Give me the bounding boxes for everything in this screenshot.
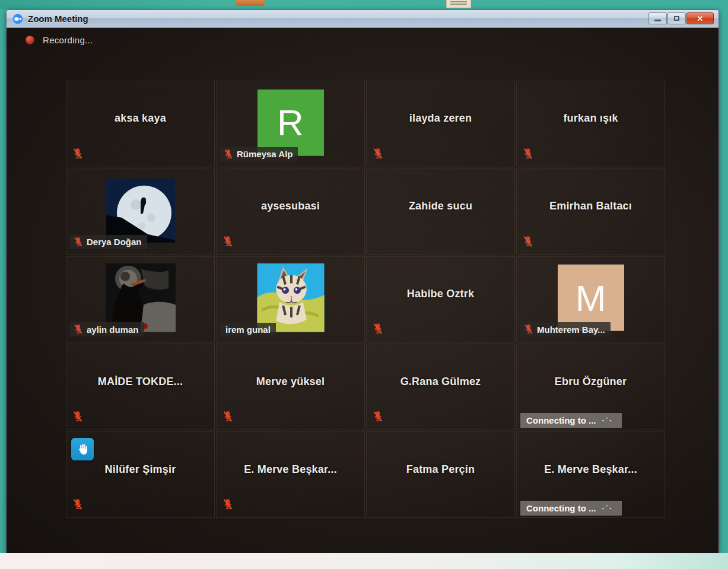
- participant-name: Fatma Perçin: [367, 432, 514, 507]
- participant-tile[interactable]: Emirhan Baltacı: [516, 169, 665, 255]
- muted-mic-icon: [72, 411, 83, 422]
- participant-tile[interactable]: Habibe Oztrk: [366, 256, 515, 343]
- participant-tile[interactable]: Nilüfer Şimşir: [66, 431, 215, 518]
- muted-mic-icon: [222, 498, 233, 510]
- minimize-button[interactable]: [648, 12, 667, 24]
- participant-tile[interactable]: irem gunal: [216, 256, 365, 343]
- muted-mic-icon: [72, 148, 83, 160]
- maximize-button[interactable]: [667, 12, 686, 24]
- participant-name: Nilüfer Şimşir: [66, 432, 214, 507]
- connecting-label: Connecting to ...: [526, 415, 596, 425]
- participant-name: E. Merve Beşkar...: [517, 432, 665, 507]
- participant-name: Derya Doğan: [87, 237, 142, 247]
- muted-mic-icon: [523, 236, 533, 247]
- participant-tile[interactable]: RRümeysa Alp: [216, 81, 365, 167]
- participant-tile[interactable]: aksa kaya: [66, 81, 215, 167]
- letter-avatar: R: [257, 90, 324, 156]
- participant-tile[interactable]: aylin duman: [66, 256, 215, 343]
- minimize-icon: [654, 20, 661, 21]
- participant-tile[interactable]: Derya Doğan: [66, 169, 215, 255]
- participant-name: aksa kaya: [66, 81, 214, 156]
- participant-name-label: Derya Doğan: [70, 235, 147, 249]
- participant-name: Muhterem Bay...: [537, 325, 605, 335]
- muted-mic-icon: [373, 411, 383, 422]
- maximize-icon: [674, 16, 679, 21]
- connecting-status: Connecting to ...·˙·: [520, 413, 622, 428]
- participant-name: aylin duman: [87, 325, 139, 335]
- muted-mic-icon: [74, 324, 83, 335]
- muted-mic-icon: [523, 148, 533, 160]
- zoom-meeting-window: Zoom Meeting ✕ Recording... aksa kayaRRü…: [6, 9, 719, 553]
- participant-name: aysesubasi: [217, 169, 364, 244]
- recording-indicator: Recording...: [26, 35, 93, 45]
- muted-mic-icon: [222, 236, 233, 247]
- participant-tile[interactable]: E. Merve Beşkar...Connecting to ...·˙·: [516, 431, 665, 518]
- participant-tile[interactable]: G.Rana Gülmez: [366, 344, 515, 430]
- muted-mic-icon: [373, 323, 383, 335]
- desktop-background: [0, 553, 728, 569]
- participant-name: MAİDE TOKDE...: [66, 344, 214, 419]
- meeting-content: Recording... aksa kayaRRümeysa Alpilayda…: [7, 28, 719, 554]
- participant-tile[interactable]: Zahide sucu: [366, 169, 515, 255]
- participant-name: irem gunal: [225, 325, 271, 335]
- kitten-photo: [256, 263, 326, 332]
- muted-mic-icon: [74, 237, 83, 247]
- muted-mic-icon: [72, 498, 83, 510]
- recording-label: Recording...: [43, 35, 93, 45]
- window-title: Zoom Meeting: [28, 14, 88, 24]
- participant-name-label: Rümeysa Alp: [220, 147, 298, 161]
- desktop-background: [0, 0, 728, 9]
- close-button[interactable]: ✕: [686, 12, 714, 24]
- loading-dots-icon: ·˙·: [602, 416, 613, 425]
- participant-name: Ebru Özgüner: [517, 344, 665, 419]
- window-titlebar[interactable]: Zoom Meeting ✕: [7, 10, 719, 28]
- avatar-letter: M: [576, 277, 606, 319]
- muted-mic-icon: [524, 324, 533, 335]
- zoom-camera-icon: [12, 14, 23, 24]
- muted-mic-icon: [222, 411, 233, 422]
- participant-tile[interactable]: furkan ışık: [516, 81, 665, 167]
- participant-tile[interactable]: MMuhterem Bay...: [516, 256, 665, 343]
- muted-mic-icon: [373, 148, 383, 160]
- participant-name: furkan ışık: [517, 81, 665, 156]
- participant-tile[interactable]: MAİDE TOKDE...: [66, 344, 215, 430]
- participant-tile[interactable]: Ebru ÖzgünerConnecting to ...·˙·: [516, 344, 665, 430]
- muted-mic-icon: [224, 149, 233, 160]
- participant-name-label: irem gunal: [220, 323, 276, 336]
- participant-name: Emirhan Baltacı: [517, 169, 665, 244]
- participant-tile[interactable]: Fatma Perçin: [366, 431, 515, 518]
- participant-gallery: aksa kayaRRümeysa Alpilayda zerenfurkan …: [66, 81, 665, 518]
- participant-name: Habibe Oztrk: [367, 257, 514, 332]
- participant-name: Rümeysa Alp: [237, 149, 293, 159]
- recording-dot-icon: [26, 36, 34, 44]
- avatar-letter: R: [277, 101, 304, 144]
- close-icon: ✕: [697, 15, 704, 23]
- participant-name-label: aylin duman: [70, 322, 144, 336]
- desktop-icon-fragment: [236, 0, 265, 6]
- loading-dots-icon: ·˙·: [602, 504, 613, 513]
- participant-tile[interactable]: E. Merve Beşkar...: [216, 431, 365, 518]
- participant-tile[interactable]: ilayda zeren: [366, 81, 515, 167]
- participant-name-label: Muhterem Bay...: [520, 322, 611, 336]
- letter-avatar: M: [558, 265, 624, 331]
- participant-name: Merve yüksel: [217, 344, 364, 419]
- participant-name: ilayda zeren: [367, 81, 514, 156]
- moon-night-photo: [106, 179, 175, 243]
- participant-name: G.Rana Gülmez: [367, 344, 514, 419]
- desktop-icon-fragment: [446, 0, 471, 8]
- participant-tile[interactable]: Merve yüksel: [216, 344, 365, 430]
- connecting-label: Connecting to ...: [526, 503, 596, 513]
- window-controls: ✕: [648, 12, 714, 24]
- participant-name: Zahide sucu: [367, 169, 514, 244]
- participant-name: E. Merve Beşkar...: [217, 432, 364, 507]
- connecting-status: Connecting to ...·˙·: [520, 501, 622, 516]
- participant-tile[interactable]: aysesubasi: [216, 169, 365, 255]
